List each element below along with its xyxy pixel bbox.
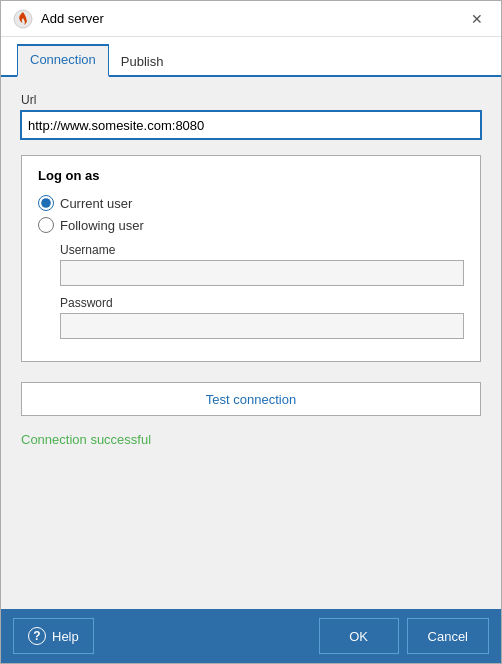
help-icon: ? — [28, 627, 46, 645]
password-field-group: Password — [60, 296, 464, 339]
cancel-button[interactable]: Cancel — [407, 618, 489, 654]
connection-status: Connection successful — [21, 428, 481, 451]
test-connection-button[interactable]: Test connection — [21, 382, 481, 416]
current-user-option: Current user — [38, 195, 464, 211]
close-button[interactable]: ✕ — [465, 7, 489, 31]
app-icon — [13, 9, 33, 29]
dialog-content: Url Log on as Current user Following use… — [1, 77, 501, 609]
url-label: Url — [21, 93, 481, 107]
following-user-radio[interactable] — [38, 217, 54, 233]
current-user-radio[interactable] — [38, 195, 54, 211]
ok-button[interactable]: OK — [319, 618, 399, 654]
radio-group: Current user Following user — [38, 195, 464, 233]
dialog-title: Add server — [41, 11, 104, 26]
tab-publish[interactable]: Publish — [109, 48, 176, 77]
username-input[interactable] — [60, 260, 464, 286]
title-bar: Add server ✕ — [1, 1, 501, 37]
username-label: Username — [60, 243, 464, 257]
password-label: Password — [60, 296, 464, 310]
following-user-label[interactable]: Following user — [60, 218, 144, 233]
title-bar-left: Add server — [13, 9, 104, 29]
footer: ? Help OK Cancel — [1, 609, 501, 663]
logon-title: Log on as — [38, 168, 464, 183]
tabs-bar: Connection Publish — [1, 37, 501, 77]
help-label: Help — [52, 629, 79, 644]
url-field-group: Url — [21, 93, 481, 139]
logon-group: Log on as Current user Following user Us… — [21, 155, 481, 362]
url-input[interactable] — [21, 111, 481, 139]
sub-fields: Username Password — [38, 243, 464, 339]
following-user-option: Following user — [38, 217, 464, 233]
tab-connection[interactable]: Connection — [17, 44, 109, 77]
username-field-group: Username — [60, 243, 464, 286]
add-server-dialog: Add server ✕ Connection Publish Url Log … — [0, 0, 502, 664]
help-button[interactable]: ? Help — [13, 618, 94, 654]
current-user-label[interactable]: Current user — [60, 196, 132, 211]
password-input[interactable] — [60, 313, 464, 339]
